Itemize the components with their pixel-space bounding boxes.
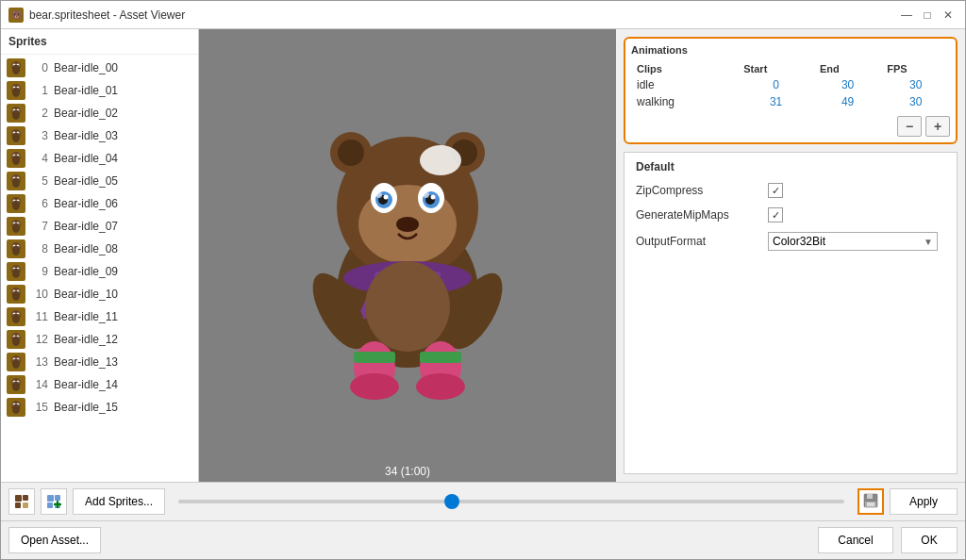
sprite-list-item[interactable]: 13 Bear-idle_13 [1,351,198,373]
generate-mipmaps-row: GenerateMipMaps [636,207,945,222]
sprite-list-item[interactable]: 7 Bear-idle_07 [1,215,198,238]
clip-name: walking [631,93,738,110]
sprite-list-item[interactable]: 14 Bear-idle_14 [1,373,198,396]
svg-point-119 [416,373,465,400]
apply-button[interactable]: Apply [890,488,958,515]
svg-point-5 [12,65,20,74]
svg-rect-120 [354,352,395,363]
svg-point-35 [12,178,20,188]
sprite-index: 8 [31,242,48,255]
open-asset-button[interactable]: Open Asset... [8,527,101,553]
svg-point-47 [12,223,20,233]
svg-point-83 [12,359,20,369]
add-animation-button[interactable]: + [925,116,950,137]
maximize-button[interactable]: □ [918,6,937,25]
sprite-list-item[interactable]: 12 Bear-idle_12 [1,328,198,351]
animation-row[interactable]: idle 0 30 30 [631,76,950,93]
sprite-name: Bear-idle_11 [54,310,118,323]
output-format-row: OutputFormat Color32Bit ▼ [636,232,945,251]
title-bar-left: 🐻 bear.spritesheet - Asset Viewer [8,8,185,23]
zip-compress-checkbox[interactable] [768,183,783,198]
bear-illustration [275,85,540,405]
save-button[interactable] [858,488,884,515]
add-group-button[interactable] [41,488,67,515]
sprite-index: 10 [31,288,48,301]
sprite-list-item[interactable]: 1 Bear-idle_01 [1,79,198,102]
import-sprite-icon [14,494,29,509]
sprite-index: 9 [31,265,48,278]
svg-rect-126 [15,495,22,502]
svg-point-71 [12,314,20,323]
sprite-list-item[interactable]: 2 Bear-idle_02 [1,102,198,124]
bear-preview [199,29,616,461]
svg-point-95 [12,404,20,414]
sprite-index: 15 [31,401,48,414]
minimize-button[interactable]: — [897,6,916,25]
clip-end: 49 [814,93,881,110]
title-controls: — □ ✕ [897,6,958,25]
sprite-index: 3 [31,129,48,142]
animation-row[interactable]: walking 31 49 30 [631,93,950,110]
svg-point-17 [12,110,20,120]
sprite-name: Bear-idle_06 [54,197,118,210]
cancel-button[interactable]: Cancel [818,527,893,553]
sprite-list-item[interactable]: 8 Bear-idle_08 [1,238,198,260]
sprite-thumbnail [7,398,25,417]
sprite-thumbnail [7,262,25,281]
add-group-icon [46,494,61,509]
select-arrow-icon: ▼ [924,237,933,247]
sprite-name: Bear-idle_07 [54,220,118,233]
sprite-list-item[interactable]: 5 Bear-idle_05 [1,170,198,192]
svg-rect-128 [15,502,21,508]
svg-point-123 [365,261,450,352]
sprite-thumbnail [7,58,25,77]
preview-panel: 34 (1:00) [199,29,616,482]
sprite-thumbnail [7,307,25,326]
sprite-thumbnail [7,194,25,213]
sprite-list-item[interactable]: 0 Bear-idle_00 [1,57,198,79]
generate-mipmaps-checkbox[interactable] [768,207,783,222]
sprite-list-item[interactable]: 4 Bear-idle_04 [1,147,198,170]
sprite-list-item[interactable]: 11 Bear-idle_11 [1,305,198,328]
close-button[interactable]: ✕ [939,6,958,25]
sprites-list[interactable]: 0 Bear-idle_00 1 Bear-idle_01 [1,55,198,482]
sprite-thumbnail [7,375,25,394]
add-sprites-button[interactable]: Add Sprites... [73,488,165,515]
sprite-list-item[interactable]: 15 Bear-idle_15 [1,396,198,419]
sprite-list-item[interactable]: 3 Bear-idle_03 [1,124,198,147]
sprite-index: 4 [31,152,48,165]
sprites-header: Sprites [1,29,198,55]
remove-animation-button[interactable]: − [897,116,922,137]
sprite-thumbnail [7,81,25,100]
sprite-name: Bear-idle_10 [54,288,118,301]
svg-point-53 [12,246,20,255]
timeline-slider-container [171,500,852,503]
svg-point-41 [12,201,20,210]
sprites-panel: Sprites 0 Bear-idle_00 [1,29,199,482]
clip-end: 30 [814,76,881,93]
sprite-list-item[interactable]: 10 Bear-idle_10 [1,283,198,305]
sprite-index: 14 [31,378,48,391]
timeline-slider-track[interactable] [178,500,844,503]
sprite-thumbnail [7,353,25,371]
generate-mipmaps-label: GenerateMipMaps [636,208,768,222]
sprite-list-item[interactable]: 6 Bear-idle_06 [1,192,198,215]
svg-point-59 [12,269,20,278]
timeline-slider-thumb[interactable] [444,494,459,509]
output-format-select[interactable]: Color32Bit ▼ [768,232,938,251]
svg-point-99 [338,140,364,166]
ok-button[interactable]: OK [901,527,958,553]
sprite-name: Bear-idle_01 [54,84,118,97]
svg-point-29 [12,156,20,165]
zip-compress-label: ZipCompress [636,184,768,197]
sprite-thumbnail [7,149,25,168]
sprite-index: 11 [31,310,48,323]
animations-box: Animations Clips Start End FPS idle 0 30… [624,37,958,144]
sprite-name: Bear-idle_02 [54,107,118,120]
sprite-thumbnail [7,126,25,145]
sprite-list-item[interactable]: 9 Bear-idle_09 [1,260,198,283]
svg-point-124 [376,192,382,198]
clip-fps: 30 [881,76,950,93]
import-sprite-button[interactable] [8,488,35,515]
svg-rect-121 [420,352,461,363]
